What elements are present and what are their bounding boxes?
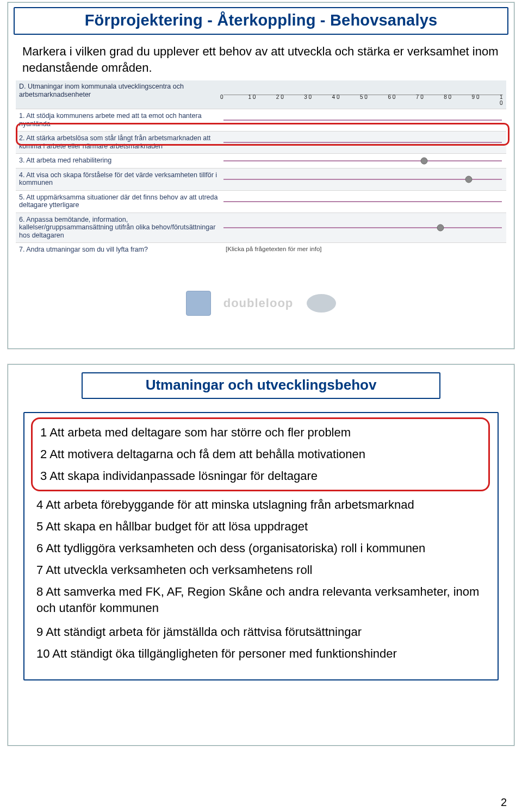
tick-label: 8 0: [444, 94, 451, 100]
question-row: 5. Att uppmärksamma situationer där det …: [16, 190, 506, 213]
slide-1: Förprojektering - Återkoppling - Behovsa…: [8, 2, 514, 349]
tick-label: 4 0: [332, 94, 340, 100]
axis-ticks: 01 02 03 04 05 06 07 08 09 01 0: [223, 95, 503, 103]
list-item: 5 Att skapa en hållbar budget för att lö…: [36, 519, 487, 535]
slide-2: Utmaningar och utvecklingsbehov 1 Att ar…: [8, 364, 514, 746]
slide1-intro: Markera i vilken grad du upplever ett be…: [22, 43, 500, 76]
list-item: 6 Att tydliggöra verksamheten och dess (…: [36, 540, 487, 557]
slider-handle[interactable]: [420, 157, 427, 164]
slider-track[interactable]: [223, 179, 502, 180]
slide2-body: 1 Att arbeta med deltagare som har störr…: [23, 412, 499, 680]
tick-label: 0: [220, 94, 223, 100]
list-item: 2 Att motivera deltagarna och få dem att…: [40, 446, 481, 463]
highlight-box-items-1-3: 1 Att arbeta med deltagare som har störr…: [31, 417, 490, 491]
slide1-title-box: Förprojektering - Återkoppling - Behovsa…: [14, 7, 508, 35]
page-number: 2: [501, 796, 507, 809]
section-d-text: Utmaningar inom kommunala utvecklingscen…: [19, 83, 184, 98]
section-d-header: D. Utmaningar inom kommunala utvecklings…: [16, 80, 506, 109]
footer-logos: doubleloop: [8, 291, 514, 316]
question-row: 6. Anpassa bemötande, information, kalle…: [16, 213, 506, 243]
list-item: 8 Att samverka med FK, AF, Region Skåne …: [36, 584, 487, 616]
slider-track[interactable]: [223, 227, 502, 228]
list-item: 9 Att ständigt arbeta för jämställda och…: [36, 624, 487, 640]
slide2-title: Utmaningar och utvecklingsbehov: [88, 377, 434, 393]
tick-label: 9 0: [472, 94, 480, 100]
tick-label: 2 0: [276, 94, 284, 100]
question-text: 4. Att visa och skapa förståelse för det…: [16, 168, 223, 190]
tick-label: 3 0: [304, 94, 312, 100]
question-text: 3. Att arbeta med rehabilitering: [16, 154, 223, 168]
tick-label: 7 0: [416, 94, 424, 100]
tick-label: 1 0: [500, 94, 503, 106]
survey-chart: Inget behov Stort behov D. Utmaningar in…: [16, 80, 506, 257]
question-row: 3. Att arbeta med rehabilitering: [16, 153, 506, 168]
highlight-box-row2: [16, 123, 509, 146]
slider-handle[interactable]: [437, 224, 444, 231]
list-item: 3 Att skapa individanpassade lösningar f…: [40, 468, 481, 484]
tick-label: 5 0: [360, 94, 368, 100]
question-row: 7. Andra utmaningar som du vill lyfta fr…: [16, 242, 506, 257]
question-text: 5. Att uppmärksamma situationer där det …: [16, 191, 223, 213]
list-item: 7 Att utveckla verksamheten och verksamh…: [36, 562, 487, 578]
logo-oval-icon: [307, 294, 336, 313]
list-item: 10 Att ständigt öka tillgängligheten för…: [36, 646, 487, 662]
slide1-title: Förprojektering - Återkoppling - Behovsa…: [20, 11, 502, 29]
list-item: 4 Att arbeta förebyggande för att minska…: [36, 497, 487, 513]
question-text: 7. Andra utmaningar som du vill lyfta fr…: [16, 243, 223, 257]
logo-doubleloop: doubleloop: [223, 296, 294, 310]
slide2-title-box: Utmaningar och utvecklingsbehov: [82, 372, 440, 399]
slider-track[interactable]: [223, 160, 502, 161]
slider-handle[interactable]: [465, 176, 472, 183]
question-row: 4. Att visa och skapa förståelse för det…: [16, 168, 506, 190]
section-d-letter: D.: [19, 83, 26, 90]
tick-label: 1 0: [248, 94, 256, 100]
question-info-hint: [Klicka på frågetexten för mer info]: [226, 245, 322, 252]
question-text: 6. Anpassa bemötande, information, kalle…: [16, 213, 223, 243]
list-item: 1 Att arbeta med deltagare som har störr…: [40, 424, 481, 441]
slider-track[interactable]: [223, 201, 502, 202]
logo-square-icon: [186, 291, 211, 316]
slider-track[interactable]: [223, 120, 502, 121]
tick-label: 6 0: [388, 94, 395, 100]
